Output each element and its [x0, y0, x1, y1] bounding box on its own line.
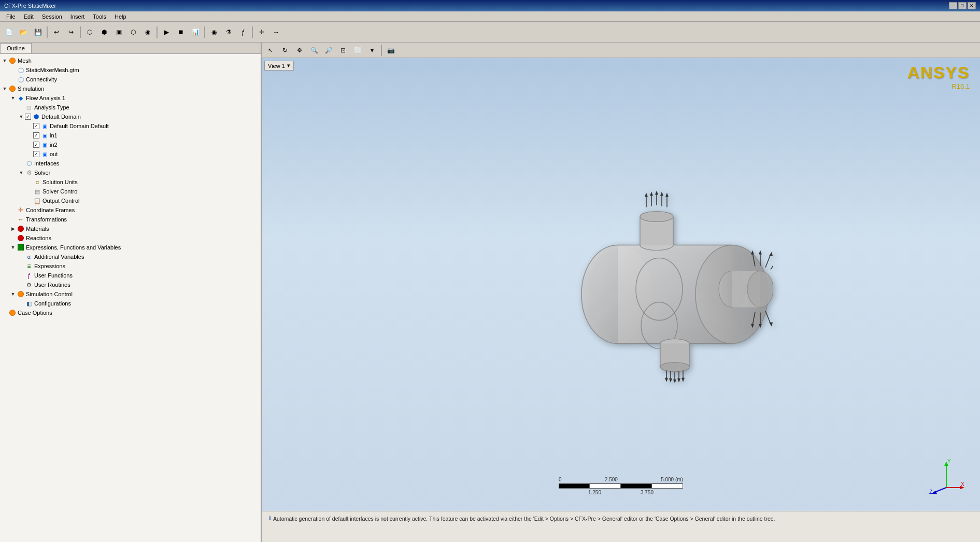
svg-marker-34	[660, 191, 663, 196]
view-dropdown[interactable]: View 1 ▾	[264, 61, 294, 71]
tree-item-caseoptions[interactable]: Case Options	[0, 308, 261, 317]
tree-item-solver[interactable]: ▼ ⚙ Solver	[0, 168, 261, 177]
check-in1[interactable]: ✓	[33, 132, 39, 138]
transform-button[interactable]: ↔	[269, 25, 283, 39]
tree-item-additionalvariables[interactable]: α Additional Variables	[0, 252, 261, 261]
tree-item-userroutines[interactable]: ⚙ User Routines	[0, 280, 261, 289]
toggle-materials[interactable]: ▶	[9, 225, 17, 232]
tree-item-simulationcontrol[interactable]: ▼ Simulation Control	[0, 289, 261, 299]
tree-item-in2[interactable]: ✓ ▣ in2	[0, 140, 261, 149]
coord-button[interactable]: ✛	[255, 25, 268, 39]
svg-marker-51	[665, 378, 668, 382]
toggle-simulationcontrol[interactable]: ▼	[9, 290, 17, 298]
simulation-icon	[8, 85, 17, 93]
label-connectivity: Connectivity	[26, 76, 57, 82]
redo-button[interactable]: ↪	[64, 25, 78, 39]
tree-item-interfaces[interactable]: ⬡ Interfaces	[0, 159, 261, 168]
view-fit-button[interactable]: ⊡	[336, 44, 350, 57]
toggle-simulation[interactable]: ▼	[1, 85, 8, 92]
save-button[interactable]: 💾	[31, 25, 45, 39]
tree-item-defaultdomain[interactable]: ▼ ✓ ⬢ Default Domain	[0, 112, 261, 121]
tree-item-outputcontrol[interactable]: 📋 Output Control	[0, 196, 261, 205]
view-pan-button[interactable]: ✥	[293, 44, 306, 57]
tree-item-connectivity[interactable]: ⬡ Connectivity	[0, 75, 261, 84]
view-select-button[interactable]: ↖	[264, 44, 277, 57]
menu-tools[interactable]: Tools	[89, 12, 110, 21]
view-label[interactable]: View 1 ▾	[264, 61, 294, 71]
maximize-button[interactable]: □	[958, 2, 967, 9]
tree-item-defaultdomaindefault[interactable]: ✓ ▣ Default Domain Default	[0, 121, 261, 131]
view-zoomin-button[interactable]: 🔍	[307, 44, 321, 57]
boundary-button[interactable]: ▣	[112, 25, 125, 39]
staticmixermesh-icon: ⬡	[17, 66, 25, 74]
toggle-userfunctions	[18, 272, 25, 279]
check-in2[interactable]: ✓	[33, 142, 39, 148]
view-zoomout-button[interactable]: 🔎	[322, 44, 335, 57]
tree-item-userfunctions[interactable]: ƒ User Functions	[0, 271, 261, 280]
tree-item-expressionsitem[interactable]: ≡ Expressions	[0, 261, 261, 271]
tree-item-solvercontrol[interactable]: ▤ Solver Control	[0, 187, 261, 196]
solvercontrol-icon: ▤	[33, 187, 41, 196]
toggle-expressions-group[interactable]: ▼	[9, 244, 17, 251]
view-box-button[interactable]: ⬜	[351, 44, 364, 57]
interface-button[interactable]: ⬡	[126, 25, 140, 39]
undo-button[interactable]: ↩	[50, 25, 63, 39]
toggle-solver[interactable]: ▼	[18, 169, 25, 176]
expression-button[interactable]: ƒ	[236, 25, 250, 39]
material-button[interactable]: ◉	[207, 25, 221, 39]
domain-button[interactable]: ⬢	[97, 25, 111, 39]
menu-edit[interactable]: Edit	[20, 12, 38, 21]
menu-file[interactable]: File	[2, 12, 20, 21]
mesh-button[interactable]: ⬡	[83, 25, 96, 39]
minimize-button[interactable]: ─	[949, 2, 957, 9]
analysistype-icon: ◷	[25, 103, 33, 112]
interfaces-icon: ⬡	[25, 159, 33, 168]
tree-item-coordinateframes[interactable]: ✛ Coordinate Frames	[0, 205, 261, 215]
monitor-button[interactable]: 📊	[189, 25, 202, 39]
tree-item-analysistype[interactable]: ◷ Analysis Type	[0, 103, 261, 112]
tree-item-staticmixermesh[interactable]: ⬡ StaticMixerMesh.gtm	[0, 65, 261, 75]
tree-item-configurations[interactable]: ◧ Configurations	[0, 299, 261, 308]
tree-item-reactions[interactable]: Reactions	[0, 233, 261, 243]
tree-item-expressions-group[interactable]: ▼ Expressions, Functions and Variables	[0, 243, 261, 252]
menu-help[interactable]: Help	[110, 12, 131, 21]
new-button[interactable]: 📄	[2, 25, 16, 39]
titlebar-controls[interactable]: ─ □ ✕	[949, 2, 976, 9]
outline-tree[interactable]: ▼ Mesh ⬡ StaticMixerMesh.gtm ⬡ Connectiv…	[0, 54, 261, 542]
menu-session[interactable]: Session	[38, 12, 66, 21]
tree-item-flowanalysis[interactable]: ▼ ◆ Flow Analysis 1	[0, 93, 261, 103]
toggle-outputcontrol	[26, 197, 33, 204]
check-out[interactable]: ✓	[33, 151, 39, 157]
stop-button[interactable]: ⏹	[174, 25, 188, 39]
menu-insert[interactable]: Insert	[66, 12, 89, 21]
reaction-button[interactable]: ⚗	[222, 25, 235, 39]
view-dropdown-button[interactable]: ▾	[365, 44, 379, 57]
label-configurations: Configurations	[34, 300, 71, 307]
svg-marker-38	[665, 192, 669, 197]
tree-item-out[interactable]: ✓ ▣ out	[0, 149, 261, 159]
menubar: File Edit Session Insert Tools Help	[0, 11, 980, 22]
tree-item-transformations[interactable]: ↔ Transformations	[0, 215, 261, 224]
toggle-flowanalysis[interactable]: ▼	[9, 94, 17, 102]
tab-outline[interactable]: Outline	[0, 43, 32, 53]
label-flowanalysis: Flow Analysis 1	[26, 95, 65, 101]
view-rotate-button[interactable]: ↻	[278, 44, 292, 57]
check-defaultdomain[interactable]: ✓	[25, 114, 31, 120]
toggle-analysistype	[18, 104, 25, 111]
outline-tab: Outline	[0, 43, 261, 54]
tree-item-in1[interactable]: ✓ ▣ in1	[0, 131, 261, 140]
toggle-defaultdomain[interactable]: ▼	[18, 113, 25, 120]
check-defaultdomaindefault[interactable]: ✓	[33, 123, 39, 129]
viewport[interactable]: View 1 ▾ ANSYS R16.1	[262, 58, 980, 511]
run-button[interactable]: ▶	[160, 25, 173, 39]
in2-icon: ▣	[40, 141, 49, 149]
tree-item-simulation[interactable]: ▼ Simulation	[0, 84, 261, 93]
tree-item-materials[interactable]: ▶ Materials	[0, 224, 261, 233]
source-button[interactable]: ◉	[141, 25, 154, 39]
close-button[interactable]: ✕	[968, 2, 976, 9]
view-camera-button[interactable]: 📷	[384, 44, 397, 57]
tree-item-mesh[interactable]: ▼ Mesh	[0, 56, 261, 65]
toggle-mesh[interactable]: ▼	[1, 57, 8, 64]
open-button[interactable]: 📂	[17, 25, 30, 39]
tree-item-solutionunits[interactable]: α Solution Units	[0, 177, 261, 187]
